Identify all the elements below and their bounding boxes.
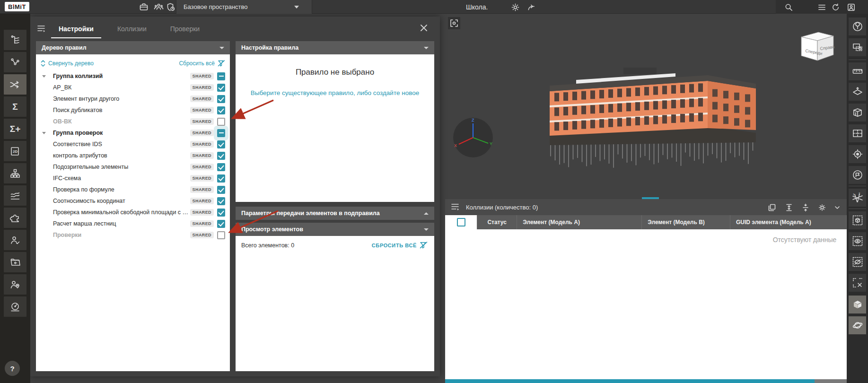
tool-summary[interactable]: Σ — [4, 96, 26, 117]
chevron-down-icon[interactable] — [294, 6, 299, 9]
bimit-logo[interactable]: BiMiT — [5, 2, 29, 11]
tree-row[interactable]: Элемент внтури другогоSHARED — [36, 93, 230, 104]
tree-row[interactable]: Подозрительные элементыSHARED — [36, 161, 230, 173]
team-icon[interactable] — [153, 2, 164, 12]
tool-flag-area[interactable] — [849, 166, 866, 184]
briefcase-icon[interactable] — [139, 2, 149, 12]
axes-gizmo[interactable]: Z Y X — [451, 116, 495, 159]
tree-row[interactable]: IFC-схемаSHARED — [36, 173, 230, 184]
tree-row[interactable]: Соотносимость координатSHARED — [36, 195, 230, 207]
tool-ruler[interactable] — [849, 62, 866, 80]
horizontal-scrollbar[interactable] — [445, 379, 847, 383]
shared-checkbox[interactable] — [217, 197, 225, 205]
shared-checkbox[interactable] — [217, 118, 225, 126]
shared-checkbox[interactable] — [217, 174, 225, 183]
user-badge-icon[interactable] — [846, 2, 856, 12]
tool-section-box[interactable] — [849, 104, 866, 122]
building-model[interactable] — [543, 59, 761, 184]
shared-checkbox[interactable] — [217, 163, 225, 171]
close-icon[interactable] — [419, 23, 429, 33]
tree-row[interactable]: АР_ВКSHARED — [36, 82, 230, 93]
collapse-rows-icon[interactable] — [800, 202, 811, 213]
tool-show-eye[interactable] — [849, 232, 866, 250]
tool-graphs[interactable] — [4, 185, 26, 206]
duplicate-icon[interactable] — [767, 202, 777, 213]
tool-plugins[interactable] — [4, 208, 26, 228]
subrule-params-section[interactable]: Параметры передачи элементов в подправил… — [236, 207, 434, 220]
tool-hide-eye[interactable] — [849, 253, 866, 271]
shared-checkbox[interactable] — [217, 140, 225, 148]
tool-clear-selection[interactable] — [849, 274, 866, 292]
tool-user-check[interactable] — [4, 230, 26, 250]
tool-model-tree[interactable] — [4, 30, 26, 50]
tool-frame-select[interactable] — [849, 38, 866, 56]
column-header[interactable]: Элемент (Модель А) — [517, 215, 642, 229]
tool-clash-detection[interactable] — [4, 74, 26, 95]
shared-checkbox[interactable] — [217, 186, 225, 194]
tool-summary-add[interactable]: Σ+ — [4, 119, 26, 139]
column-header[interactable]: Статус — [477, 215, 517, 229]
tree-row[interactable]: ОВ-ВКSHARED — [36, 116, 230, 127]
column-header[interactable]: GUID элемента (Модель А) — [730, 215, 847, 229]
reset-all-link[interactable]: Сбросить всё — [179, 60, 225, 67]
collapse-tree-link[interactable]: Свернуть дерево — [41, 60, 94, 67]
tool-isolate-cube[interactable] — [849, 211, 866, 229]
tree-row[interactable]: контроль атрибутовSHARED — [36, 150, 230, 161]
tool-dependencies[interactable] — [4, 52, 26, 72]
scrollbar-thumb[interactable] — [445, 379, 815, 383]
caret-down-icon[interactable] — [42, 75, 46, 78]
shared-checkbox[interactable] — [217, 95, 225, 103]
tool-section-plane[interactable] — [849, 83, 866, 101]
tree-row[interactable]: Группа коллизийSHARED — [36, 70, 230, 82]
tool-floorplan[interactable] — [849, 124, 866, 142]
rule-tree-header[interactable]: Дерево правил — [36, 41, 230, 54]
tool-org-chart[interactable] — [4, 163, 26, 183]
tool-user-location[interactable] — [4, 274, 26, 295]
tool-folder-export[interactable] — [4, 252, 26, 272]
tool-nature-mode[interactable] — [849, 17, 866, 35]
tool-locate[interactable] — [849, 145, 866, 163]
tab-0[interactable]: Настройки — [57, 20, 96, 37]
list-icon[interactable] — [816, 2, 827, 12]
shared-checkbox[interactable] — [217, 72, 225, 80]
rule-settings-header[interactable]: Настройка правила — [236, 41, 434, 54]
shared-checkbox[interactable] — [217, 106, 225, 114]
tab-1[interactable]: Коллизии — [115, 20, 149, 37]
expand-rows-icon[interactable] — [784, 202, 794, 213]
tool-axes-compare[interactable]: 12 — [849, 189, 866, 207]
tree-row[interactable]: ПроверкиSHARED — [36, 229, 230, 241]
share-icon[interactable] — [526, 2, 536, 12]
rule-empty-hint[interactable]: Выберите существующее правило, либо созд… — [236, 89, 434, 96]
column-header[interactable]: Элемент (Модель B) — [642, 215, 730, 229]
tree-row[interactable]: Группа проверокSHARED — [36, 127, 230, 139]
search-icon[interactable] — [783, 2, 794, 12]
tree-row[interactable]: Расчет марша лестницSHARED — [36, 218, 230, 229]
shared-checkbox[interactable] — [217, 129, 225, 137]
help-button[interactable]: ? — [5, 361, 20, 376]
caret-down-icon[interactable] — [42, 132, 46, 134]
view-cube[interactable]: Спереди Справа — [795, 29, 838, 66]
panel-menu-icon[interactable] — [451, 202, 460, 212]
select-all-checkbox[interactable] — [457, 218, 465, 226]
tree-row[interactable]: Проверка минимальной свободной площади с… — [36, 207, 230, 218]
panel-menu-icon[interactable] — [37, 24, 46, 34]
shared-checkbox[interactable] — [217, 84, 225, 92]
viewport-focus-icon[interactable] — [448, 17, 460, 29]
tree-row[interactable]: Проверка по формулеSHARED — [36, 184, 230, 195]
gear-icon[interactable] — [817, 202, 827, 213]
tree-row[interactable]: Соответствие IDSSHARED — [36, 139, 230, 150]
shared-checkbox[interactable] — [217, 209, 225, 217]
workspace-selector[interactable]: Базовое пространство — [184, 0, 248, 14]
chevron-down-icon[interactable] — [832, 202, 842, 213]
sync-icon[interactable] — [830, 2, 841, 12]
shield-check-icon[interactable] — [166, 2, 176, 12]
settings-gear-icon[interactable] — [510, 2, 520, 12]
tool-orbit-3d[interactable] — [849, 316, 866, 334]
shared-checkbox[interactable] — [217, 220, 225, 228]
shared-checkbox[interactable] — [217, 231, 225, 239]
tab-2[interactable]: Проверки — [168, 20, 202, 37]
tool-dashboard[interactable] — [4, 296, 26, 317]
preview-reset-all-link[interactable]: СБРОСИТЬ ВСЁ — [372, 242, 428, 249]
tree-row[interactable]: Поиск дубликатовSHARED — [36, 104, 230, 116]
tool-sheet-2d[interactable]: 2D — [4, 141, 26, 161]
